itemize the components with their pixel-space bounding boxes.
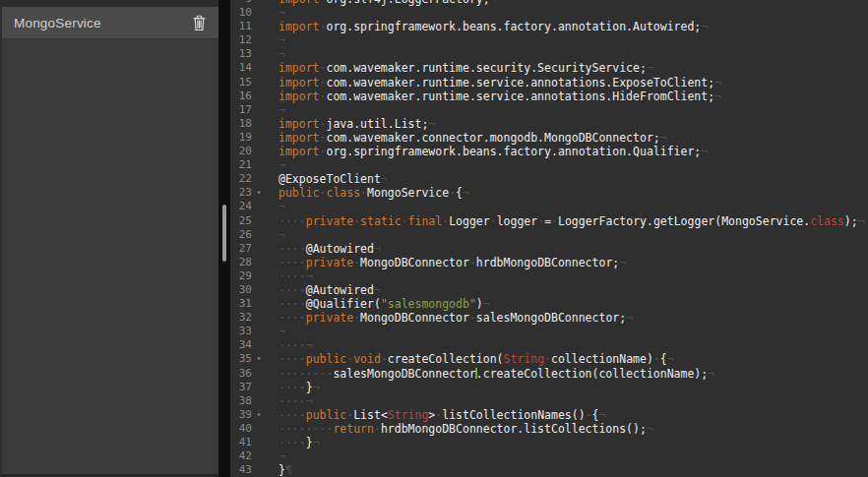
code-line-40[interactable]: 40········return·hrdbMongoDBConnector.li… <box>230 422 868 436</box>
sidebar-scrollbar-thumb[interactable] <box>222 205 226 262</box>
gutter: 10 <box>230 6 266 20</box>
code-line-15[interactable]: 15import·com.wavemaker.runtime.service.a… <box>230 76 868 89</box>
code-text: ¬ <box>279 449 868 463</box>
token-pl: } <box>306 436 313 449</box>
line-number: 18 <box>230 117 252 131</box>
code-line-37[interactable]: 37····}¬ <box>230 381 868 394</box>
code-text: import·com.wavemaker.connector.mongodb.M… <box>279 131 868 145</box>
token-type: class <box>810 214 844 228</box>
code-line-26[interactable]: 26¬ <box>230 228 868 242</box>
token-pl: collectionName) <box>551 352 653 366</box>
gutter: 36 <box>230 367 266 381</box>
code-line-16[interactable]: 16import·com.wavemaker.runtime.service.a… <box>230 89 868 103</box>
gutter: 17 <box>230 103 266 117</box>
code-line-34[interactable]: 34····¬ <box>230 338 868 352</box>
code-text: ¬ <box>279 158 868 172</box>
token-pl: org.springframework.beans.factory.annota… <box>326 145 701 158</box>
code-line-11[interactable]: 11import·org.springframework.beans.facto… <box>230 20 868 33</box>
code-line-10[interactable]: 10¬ <box>230 6 868 20</box>
code-line-36[interactable]: 36········salesMongoDBConnector.createCo… <box>230 367 868 381</box>
code-text: ····}¬ <box>279 381 868 394</box>
delete-service-button[interactable] <box>190 13 209 33</box>
code-text: import·com.wavemaker.runtime.service.ann… <box>279 76 868 89</box>
code-line-21[interactable]: 21¬ <box>230 158 868 172</box>
sidebar-scrollbar-track[interactable] <box>218 0 230 477</box>
code-line-20[interactable]: 20import·org.springframework.beans.facto… <box>230 145 868 158</box>
code-line-14[interactable]: 14import·com.wavemaker.runtime.security.… <box>230 61 868 75</box>
gutter: 39▾ <box>230 408 266 422</box>
code-line-43[interactable]: 43}¶ <box>230 463 868 477</box>
eol-marker: ¬ <box>306 338 313 352</box>
token-pl: @Autowired <box>306 283 374 297</box>
token-ws: · <box>586 408 592 422</box>
token-ws: ········ <box>279 367 333 381</box>
fold-spacer <box>252 145 266 158</box>
eol-marker: ¬ <box>313 436 320 449</box>
eol-marker: ¬ <box>374 283 381 297</box>
fold-spacer <box>252 214 266 228</box>
code-line-24[interactable]: 24¬ <box>230 200 868 213</box>
sidebar-top-strip <box>2 0 218 7</box>
token-pl: } <box>306 381 313 394</box>
code-line-23[interactable]: 23▾public·class·MongoService·{¬ <box>230 186 868 200</box>
code-line-12[interactable]: 12¬ <box>230 33 868 47</box>
token-pl: { <box>592 408 599 422</box>
code-line-38[interactable]: 38····¬ <box>230 394 868 408</box>
code-line-22[interactable]: 22@ExposeToClient¬ <box>230 172 868 186</box>
token-ws: · <box>551 214 558 228</box>
code-line-13[interactable]: 13¬ <box>230 47 868 61</box>
eol-marker: ¬ <box>490 0 497 6</box>
token-pl: MongoDBConnector <box>360 256 469 269</box>
code-text: public·class·MongoService·{¬ <box>279 186 868 200</box>
fold-toggle-icon[interactable]: ▾ <box>252 408 266 422</box>
token-pl: ) <box>476 297 483 311</box>
code-line-39[interactable]: 39▾····public·List<String>·listCollectio… <box>230 408 868 422</box>
code-text: ····¬ <box>279 338 868 352</box>
token-kw: public <box>306 408 347 422</box>
line-number: 33 <box>230 325 252 338</box>
code-text: ····@Autowired¬ <box>279 242 868 256</box>
line-number: 35 <box>230 352 252 366</box>
fold-spacer <box>252 311 266 325</box>
code-text: ····}¬ <box>279 436 868 449</box>
gutter: 33 <box>230 325 266 338</box>
code-editor[interactable]: 9import·org.slf4j.LoggerFactory;¬10¬11im… <box>230 0 868 477</box>
line-number: 24 <box>230 200 252 213</box>
code-line-25[interactable]: 25····private·static·final·Logger·logger… <box>230 214 868 228</box>
eol-marker: ¬ <box>858 214 865 228</box>
code-line-17[interactable]: 17¬ <box>230 103 868 117</box>
code-line-41[interactable]: 41····}¬ <box>230 436 868 449</box>
code-line-29[interactable]: 29····¬ <box>230 269 868 283</box>
token-ws: · <box>490 214 497 228</box>
code-line-28[interactable]: 28····private·MongoDBConnector·hrdbMongo… <box>230 256 868 269</box>
token-pl: com.wavemaker.connector.mongodb.MongoDBC… <box>326 131 659 145</box>
token-kw: import <box>279 0 320 6</box>
code-line-35[interactable]: 35▾····public·void·createCollection(Stri… <box>230 352 868 366</box>
code-line-42[interactable]: 42¬ <box>230 449 868 463</box>
token-pl: java.util.List; <box>326 117 428 131</box>
code-text: ····@Qualifier("salesmongodb")¬ <box>279 297 868 311</box>
code-line-31[interactable]: 31····@Qualifier("salesmongodb")¬ <box>230 297 868 311</box>
fold-spacer <box>252 449 266 463</box>
fold-toggle-icon[interactable]: ▾ <box>252 352 266 366</box>
sidebar-item-mongoservice[interactable]: MongoService <box>2 7 218 39</box>
code-line-27[interactable]: 27····@Autowired¬ <box>230 242 868 256</box>
eol-marker: ¬ <box>619 256 626 269</box>
code-text: ¬ <box>279 47 868 61</box>
line-number: 10 <box>230 6 252 20</box>
code-line-33[interactable]: 33¬ <box>230 325 868 338</box>
fold-spacer <box>252 394 266 408</box>
token-ws: ···· <box>279 394 306 408</box>
code-line-18[interactable]: 18import·java.util.List;¬ <box>230 117 868 131</box>
code-line-30[interactable]: 30····@Autowired¬ <box>230 283 868 297</box>
eol-marker: ¬ <box>279 228 285 242</box>
line-number: 40 <box>230 422 252 436</box>
token-ws: · <box>653 352 660 366</box>
code-line-32[interactable]: 32····private·MongoDBConnector·salesMong… <box>230 311 868 325</box>
code-line-19[interactable]: 19import·com.wavemaker.connector.mongodb… <box>230 131 868 145</box>
code-text: import·org.springframework.beans.factory… <box>279 145 868 158</box>
token-kw: import <box>279 76 320 89</box>
token-pl: @ExposeToClient <box>279 172 381 186</box>
fold-toggle-icon[interactable]: ▾ <box>252 186 266 200</box>
eol-marker: ¬ <box>714 76 721 89</box>
